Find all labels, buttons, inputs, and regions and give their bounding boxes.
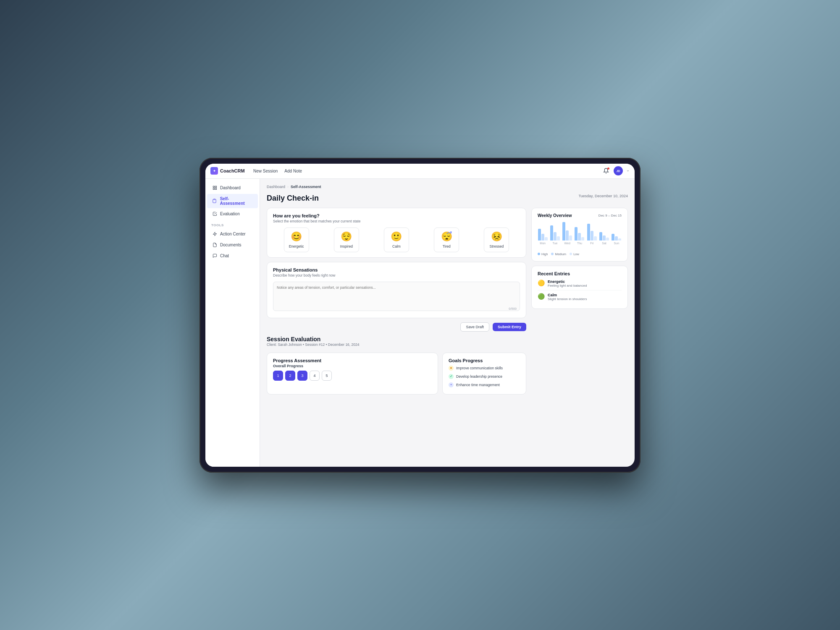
bar-high-fri [587, 224, 590, 240]
sidebar-item-documents[interactable]: Documents [207, 240, 258, 250]
goal-plus-icon: + [449, 382, 454, 387]
emotion-energetic-label: Energetic [289, 244, 304, 248]
two-col-layout: How are you feeling? Select the emotion … [267, 208, 628, 395]
recent-entry-1: 🟢 Calm Slight tension in shoulders [538, 290, 622, 303]
rating-dots: 1 2 3 4 5 [273, 371, 432, 381]
bar-high-wed [562, 222, 565, 240]
tools-label: Tools [205, 220, 260, 228]
sidebar-item-self-assessment[interactable]: Self-Assessment [207, 194, 258, 208]
sidebar-label-self-assessment: Self-Assessment [220, 196, 253, 206]
clipboard-icon [212, 199, 217, 204]
rating-4[interactable]: 4 [310, 371, 320, 381]
breadcrumb-current: Self-Assessment [291, 185, 321, 189]
bar-medium-sat [603, 235, 606, 240]
goals-card: Goals Progress ● Improve communication s… [442, 353, 526, 395]
content-area: Dashboard › Self-Assessment Daily Check-… [260, 179, 635, 467]
check-square-icon [212, 212, 217, 217]
entry-emoji-1: 🟢 [538, 293, 545, 300]
goal-label-0: Improve communication skills [456, 366, 503, 370]
sidebar-label-chat: Chat [220, 254, 229, 258]
nav-add-note[interactable]: Add Note [284, 169, 302, 173]
entry-desc-0: Feeling light and balanced [548, 284, 587, 288]
bar-group-thu [575, 227, 584, 240]
sidebar-label-evaluation: Evaluation [220, 212, 240, 216]
bar-low-wed [569, 235, 572, 240]
goal-item-0: ● Improve communication skills [449, 364, 520, 372]
rating-3[interactable]: 3 [297, 371, 307, 381]
bar-high-sun [612, 234, 614, 240]
bar-col-thu: Thu [575, 227, 585, 245]
emotion-calm[interactable]: 🙂 Calm [384, 227, 409, 252]
bar-low-sat [606, 238, 609, 240]
chart-legend: High Medium Low [538, 252, 622, 256]
bar-medium-mon [541, 234, 544, 240]
entry-info-0: Energetic Feeling light and balanced [548, 280, 587, 288]
rating-2[interactable]: 2 [285, 371, 295, 381]
notification-dot [607, 167, 609, 170]
bar-group-wed [562, 222, 572, 240]
nav-links: New Session Add Note [253, 169, 597, 173]
entry-title-0: Energetic [548, 280, 587, 284]
goals-title: Goals Progress [449, 358, 520, 363]
sidebar-item-action-center[interactable]: Action Center [207, 229, 258, 239]
emotion-energetic[interactable]: 😊 Energetic [284, 227, 309, 252]
top-nav: ✦ CoachCRM New Session Add Note JD [205, 164, 635, 179]
notification-button[interactable] [602, 167, 610, 175]
weekly-header: Weekly Overview Dec 9 – Dec 15 [538, 213, 622, 218]
emotion-tired[interactable]: 😴 Tired [434, 227, 459, 252]
bar-col-sun: Sun [612, 234, 622, 245]
bar-group-sat [599, 232, 609, 240]
rating-1[interactable]: 1 [273, 371, 283, 381]
bar-label-sun: Sun [614, 242, 619, 245]
legend-medium: Medium [551, 252, 566, 256]
bar-low-thu [581, 237, 584, 240]
entry-info-1: Calm Slight tension in shoulders [548, 293, 587, 301]
legend-high-label: High [541, 252, 548, 256]
weekly-overview-card: Weekly Overview Dec 9 – Dec 15 MonTueWed… [531, 208, 628, 261]
bar-low-sun [618, 238, 621, 240]
session-eval-meta: Client: Sarah Johnson • Session #12 • De… [267, 342, 526, 347]
emotion-stressed[interactable]: 😣 Stressed [484, 227, 509, 252]
bar-group-mon [538, 229, 548, 240]
emotion-stressed-emoji: 😣 [491, 231, 502, 242]
rating-5[interactable]: 5 [322, 371, 332, 381]
goal-done-icon: ✓ [449, 374, 454, 379]
entry-title-1: Calm [548, 293, 587, 297]
bar-label-fri: Fri [590, 242, 593, 245]
emotion-inspired-label: Inspired [340, 244, 353, 248]
emotion-grid: 😊 Energetic 😌 Inspired 🙂 Calm [273, 227, 520, 252]
sidebar-item-dashboard[interactable]: Dashboard [207, 183, 258, 193]
progress-title: Progress Assessment [273, 358, 432, 363]
logo-icon: ✦ [210, 167, 218, 175]
legend-low-label: Low [573, 252, 579, 256]
sidebar-item-chat[interactable]: Chat [207, 251, 258, 261]
zap-icon [212, 232, 217, 237]
weekly-title: Weekly Overview [538, 213, 572, 218]
sidebar-item-evaluation[interactable]: Evaluation [207, 209, 258, 219]
chevron-down-icon [626, 169, 630, 173]
physical-card: Physical Sensations Describe how your bo… [267, 262, 526, 318]
goal-label-1: Develop leadership presence [456, 374, 502, 379]
bar-high-thu [575, 227, 578, 240]
session-eval-header: Session Evaluation Client: Sarah Johnson… [267, 336, 526, 347]
bar-col-wed: Wed [562, 222, 572, 245]
legend-high-dot [538, 253, 540, 255]
emotion-inspired[interactable]: 😌 Inspired [334, 227, 359, 252]
entry-desc-1: Slight tension in shoulders [548, 297, 587, 301]
bar-label-wed: Wed [564, 242, 570, 245]
entry-emoji-0: 🟡 [538, 280, 545, 286]
nav-new-session[interactable]: New Session [253, 169, 278, 173]
bar-col-sat: Sat [599, 232, 609, 245]
progress-overall-label: Overall Progress [273, 364, 432, 368]
emotion-tired-emoji: 😴 [441, 231, 452, 242]
bar-col-mon: Mon [538, 229, 548, 245]
save-draft-button[interactable]: Save Draft [460, 322, 489, 332]
bar-high-mon [538, 229, 541, 240]
tablet-device: ✦ CoachCRM New Session Add Note JD [200, 158, 640, 473]
physical-card-subtitle: Describe how your body feels right now [273, 273, 520, 277]
submit-entry-button[interactable]: Submit Entry [493, 323, 526, 331]
bar-low-fri [594, 236, 597, 240]
bar-high-tue [550, 225, 553, 240]
user-avatar[interactable]: JD [614, 166, 623, 175]
physical-textarea[interactable] [273, 282, 520, 311]
